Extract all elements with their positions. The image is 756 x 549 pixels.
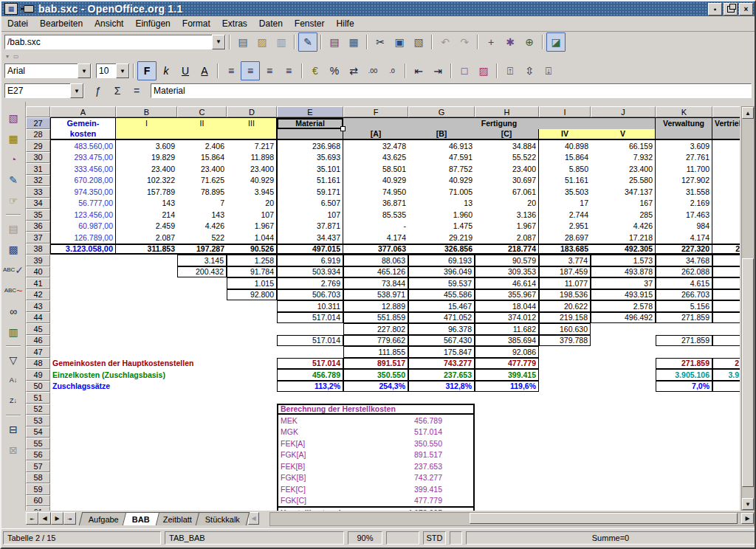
cell-G42[interactable]: 455.586 [408,289,475,301]
cell-C37[interactable]: 522 [177,232,227,244]
row-header-56[interactable]: 56 [26,449,50,461]
modified-flag[interactable] [450,531,462,545]
cell-I45[interactable]: 160.630 [539,323,591,335]
navigator-button[interactable]: + [481,32,501,52]
cell-A29[interactable]: 483.560,00 [50,140,116,152]
background-color-button[interactable]: ▨ [474,61,493,80]
empty-cells[interactable] [50,266,177,278]
empty-cells[interactable] [712,232,740,244]
cell-E59[interactable]: FEK[C] [277,483,343,495]
bold-button[interactable]: F [137,61,157,80]
cell-I33[interactable]: 35.503 [539,186,591,198]
cell-H43[interactable]: 18.044 [475,300,539,312]
cell-A32[interactable]: 670.208,00 [50,175,116,187]
align-left-button[interactable]: ≡ [221,61,241,80]
cell-E34[interactable]: 6.507 [277,198,343,210]
cell-J35[interactable]: 285 [591,209,656,221]
cell-F38[interactable]: 377.063 [343,244,408,255]
cell-C35[interactable]: 143 [177,209,227,221]
menu-hilfe[interactable]: Hilfe [331,17,360,30]
scroll-down-icon[interactable]: ▼ [742,498,754,510]
cell-J37[interactable]: 17.218 [591,232,656,244]
cell-K44[interactable]: 271.859 [656,312,712,324]
empty-cells[interactable] [539,358,656,370]
cell-F50[interactable]: 254,3% [343,381,408,393]
row-header-40[interactable]: 40 [26,266,50,278]
cell-D41[interactable]: 1.015 [227,277,277,289]
empty-cells[interactable] [50,427,277,438]
empty-cells[interactable] [50,460,277,472]
cell-F46[interactable]: 779.662 [343,335,408,347]
cell-I37[interactable]: 28.697 [539,232,591,244]
cell-E58[interactable]: FGK[B] [277,472,343,484]
row-header-39[interactable]: 39 [26,255,50,266]
cell-G28[interactable]: [B] [408,129,475,141]
cell-H29[interactable]: 34.884 [475,140,539,152]
empty-cells[interactable] [712,152,740,164]
cell-H46[interactable]: 385.694 [475,335,539,347]
cell-B36[interactable]: 2.459 [116,221,177,232]
empty-cells[interactable] [712,140,740,152]
last-sheet-icon[interactable]: ⯮ [63,512,76,525]
maximize-button[interactable] [724,3,738,15]
font-name-input[interactable] [5,65,78,77]
cell-E42[interactable]: 506.703 [277,289,343,301]
cell-I29[interactable]: 40.898 [539,140,591,152]
name-box-dropdown-icon[interactable]: ▼ [70,83,83,98]
cell-G38[interactable]: 326.856 [408,244,475,255]
cell-F45[interactable]: 227.802 [343,323,408,335]
insert-button[interactable]: ▧ [3,108,24,128]
font-name-dropdown-icon[interactable]: ▼ [78,63,91,78]
empty-cells[interactable] [475,404,740,415]
cell-F32[interactable]: 40.929 [343,175,408,187]
sheet-tab-stückkalk[interactable]: Stückkalk [196,512,250,525]
row-header-55[interactable]: 55 [26,438,50,449]
add-decimal-place-button[interactable]: .00 [363,61,382,80]
empty-cells[interactable] [475,438,740,449]
row-header-53[interactable]: 53 [26,415,50,427]
row-header-42[interactable]: 42 [26,289,50,301]
cell-D35[interactable]: 107 [227,209,277,221]
print-button[interactable]: ▦ [344,32,363,52]
cell-H39[interactable]: 90.579 [475,255,539,266]
empty-cells[interactable] [50,335,277,347]
cell-I42[interactable]: 198.536 [539,289,591,301]
scroll-right-icon[interactable]: ▶ [741,513,754,524]
cell-K43[interactable]: 5.156 [656,300,712,312]
empty-cells[interactable] [50,312,277,324]
cell-L49[interactable]: 3.9 [712,369,740,381]
redo-button[interactable]: ↷ [455,32,474,52]
cell-A35[interactable]: 123.456,00 [50,209,116,221]
open-button[interactable]: ▨ [252,32,272,52]
cell-A36[interactable]: 60.987,00 [50,221,116,232]
insert-floating-frame-button[interactable]: ▤ [3,218,24,238]
row-header-44[interactable]: 44 [26,312,50,324]
empty-cells[interactable] [475,460,740,472]
cell-E53[interactable]: MEK [277,415,343,427]
column-header-C[interactable]: C [177,106,227,117]
row-header-38[interactable]: 38 [26,244,50,255]
row-header-34[interactable]: 34 [26,198,50,210]
cell-E46[interactable]: 517.014 [277,335,343,347]
cell-G31[interactable]: 87.752 [408,163,475,175]
page-style[interactable]: TAB_BAB [165,531,344,545]
cell-B33[interactable]: 157.789 [116,186,177,198]
empty-cells[interactable] [50,255,177,266]
row-header-30[interactable]: 30 [26,152,50,164]
cell-B29[interactable]: 3.609 [116,140,177,152]
row-header-54[interactable]: 54 [26,427,50,438]
cell-A27[interactable]: Gemein- [50,117,116,129]
empty-cells[interactable] [712,175,740,187]
cell-C31[interactable]: 23.400 [177,163,227,175]
sheet-tab-bab[interactable]: BAB [123,512,159,525]
cell-G35[interactable]: 1.960 [408,209,475,221]
cell-L41[interactable] [712,277,740,289]
cell-C34[interactable]: 7 [177,198,227,210]
cell-K48[interactable]: 271.859 [656,358,712,370]
cell-I28[interactable]: IV [539,129,591,141]
cell-F55[interactable]: 350.550 [343,438,475,449]
cell-F28[interactable]: [A] [343,129,408,141]
decrease-indent-button[interactable]: ⇤ [409,61,428,80]
cell-B34[interactable]: 143 [116,198,177,210]
cell-C36[interactable]: 4.426 [177,221,227,232]
